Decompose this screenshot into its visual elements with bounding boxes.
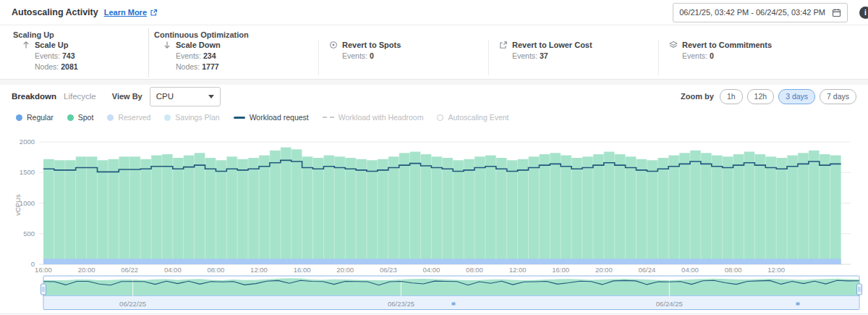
stat-label: Events: xyxy=(176,51,201,60)
calendar-icon[interactable] xyxy=(832,8,841,17)
divider xyxy=(658,41,659,75)
svg-text:500: 500 xyxy=(23,230,35,238)
zoom-option-3-days[interactable]: 3 days xyxy=(778,89,815,104)
stat-value: 0 xyxy=(710,51,714,60)
svg-text:20:00: 20:00 xyxy=(595,266,613,274)
svg-text:vCPUs: vCPUs xyxy=(14,194,22,216)
chevron-down-icon xyxy=(208,95,214,98)
svg-text:06/22: 06/22 xyxy=(121,266,138,274)
svg-text:08:00: 08:00 xyxy=(466,266,483,274)
stat-value: 2081 xyxy=(61,62,77,71)
legend-item-reserved[interactable]: Reserved xyxy=(107,113,150,122)
view-by-select[interactable]: CPU xyxy=(150,87,221,106)
svg-text:20:00: 20:00 xyxy=(336,266,354,274)
stats-band: Scaling Up Scale UpEvents:743Nodes:2081C… xyxy=(0,25,868,80)
card-title: Revert to Spots xyxy=(342,41,401,49)
stat-row: Events:743 xyxy=(35,51,78,60)
stat-label: Events: xyxy=(512,51,537,60)
tab-lifecycle[interactable]: Lifecycle xyxy=(64,92,96,101)
svg-text:06/24/25: 06/24/25 xyxy=(656,300,683,308)
legend-item-spot[interactable]: Spot xyxy=(67,113,94,122)
stat-row: Events:0 xyxy=(342,51,401,60)
legend-item-regular[interactable]: Regular xyxy=(16,113,54,122)
view-by-label: View By xyxy=(112,92,142,101)
stat-label: Events: xyxy=(35,51,60,60)
card-revert-to-lower-cost: Revert to Lower CostEvents:37 xyxy=(499,41,592,60)
legend-label: Autoscaling Event xyxy=(448,113,509,122)
svg-text:08:00: 08:00 xyxy=(725,266,742,274)
svg-text:16:00: 16:00 xyxy=(294,266,311,274)
svg-text:06/23: 06/23 xyxy=(380,266,397,274)
svg-text:04:00: 04:00 xyxy=(423,266,441,274)
card-title: Revert to Lower Cost xyxy=(512,41,592,49)
stat-value: 0 xyxy=(370,51,374,60)
date-range-input[interactable]: 06/21/25, 03:42 PM - 06/24/25, 03:42 PM xyxy=(673,3,848,22)
legend-item-savings-plan[interactable]: Savings Plan xyxy=(164,113,219,122)
learn-more-link[interactable]: Learn More xyxy=(104,8,147,17)
chart-controls: Breakdown Lifecycle View By CPU Zoom by … xyxy=(0,85,868,107)
chart-legend: RegularSpotReservedSavings PlanWorkload … xyxy=(16,113,509,122)
stat-label: Events: xyxy=(682,51,707,60)
card-scale-up: Scale UpEvents:743Nodes:2081 xyxy=(22,41,78,71)
card-title: Revert to Commitments xyxy=(682,41,772,49)
svg-text:2000: 2000 xyxy=(20,138,35,146)
legend-item-autoscaling-event[interactable]: Autoscaling Event xyxy=(437,113,509,122)
zoom-option-1h[interactable]: 1h xyxy=(720,89,743,104)
stat-row: Events:37 xyxy=(512,51,592,60)
date-range-value: 06/21/25, 03:42 PM - 06/24/25, 03:42 PM xyxy=(679,8,825,17)
main-chart[interactable]: 0500100015002000vCPUs16:0020:0006/2204:0… xyxy=(0,130,868,275)
svg-text:1000: 1000 xyxy=(20,199,35,207)
svg-text:12:00: 12:00 xyxy=(509,266,527,274)
section-divider xyxy=(0,80,868,85)
navigator-chart[interactable]: 06/22/2506/23/2506/24/25 xyxy=(0,274,868,315)
layers-icon xyxy=(669,41,678,49)
divider xyxy=(148,28,149,77)
legend-label: Spot xyxy=(78,113,94,122)
stat-label: Events: xyxy=(342,51,367,60)
info-icon[interactable]: i xyxy=(859,7,868,19)
legend-item-workload-with-headroom[interactable]: Workload with Headroom xyxy=(323,113,424,122)
divider xyxy=(318,41,319,75)
divider xyxy=(488,41,489,75)
legend-item-workload-request[interactable]: Workload request xyxy=(234,113,309,122)
zoom-by-label: Zoom by xyxy=(681,92,714,101)
autoscaling-activity-page: Autoscaling Activity Learn More 06/21/25… xyxy=(0,0,868,315)
svg-text:1500: 1500 xyxy=(20,168,35,176)
svg-text:04:00: 04:00 xyxy=(164,266,182,274)
card-scale-down: Scale DownEvents:234Nodes:1777 xyxy=(163,41,221,71)
svg-text:04:00: 04:00 xyxy=(681,266,699,274)
spot-target-icon xyxy=(329,41,338,49)
svg-text:08:00: 08:00 xyxy=(208,266,225,274)
stat-value: 1777 xyxy=(202,62,218,71)
legend-label: Workload request xyxy=(250,113,309,122)
page-bottom-border xyxy=(0,314,868,314)
card-revert-to-commitments: Revert to CommitmentsEvents:0 xyxy=(669,41,772,60)
stat-row: Nodes:1777 xyxy=(176,62,221,71)
navigator-handle[interactable] xyxy=(857,284,862,295)
zoom-by-group: Zoom by 1h12h3 days7 days xyxy=(681,89,856,104)
arrow-up-icon xyxy=(22,41,30,49)
stat-row: Nodes:2081 xyxy=(35,62,78,71)
zoom-option-7-days[interactable]: 7 days xyxy=(820,89,856,104)
navigator-handle[interactable] xyxy=(41,284,46,295)
svg-text:12:00: 12:00 xyxy=(250,266,268,274)
svg-text:06/22/25: 06/22/25 xyxy=(119,300,146,308)
stat-row: Events:234 xyxy=(176,51,221,60)
card-title: Scale Up xyxy=(35,41,68,49)
legend-label: Workload with Headroom xyxy=(339,113,424,122)
card-revert-to-spots: Revert to SpotsEvents:0 xyxy=(329,41,401,60)
page-header: Autoscaling Activity Learn More 06/21/25… xyxy=(0,0,868,25)
group-title-scaling-up: Scaling Up xyxy=(13,30,54,39)
tab-breakdown[interactable]: Breakdown xyxy=(12,92,56,101)
svg-text:06/24: 06/24 xyxy=(639,266,656,274)
card-title: Scale Down xyxy=(176,41,221,49)
stat-row: Events:0 xyxy=(682,51,772,60)
zoom-option-12h[interactable]: 12h xyxy=(747,89,775,104)
page-title: Autoscaling Activity xyxy=(12,7,98,17)
stat-label: Nodes: xyxy=(176,62,200,71)
stat-value: 234 xyxy=(203,51,216,60)
external-link-icon xyxy=(150,9,158,17)
svg-text:20:00: 20:00 xyxy=(78,266,95,274)
group-title-continuous-optimization: Continuous Optimization xyxy=(154,30,249,39)
legend-label: Savings Plan xyxy=(175,113,219,122)
